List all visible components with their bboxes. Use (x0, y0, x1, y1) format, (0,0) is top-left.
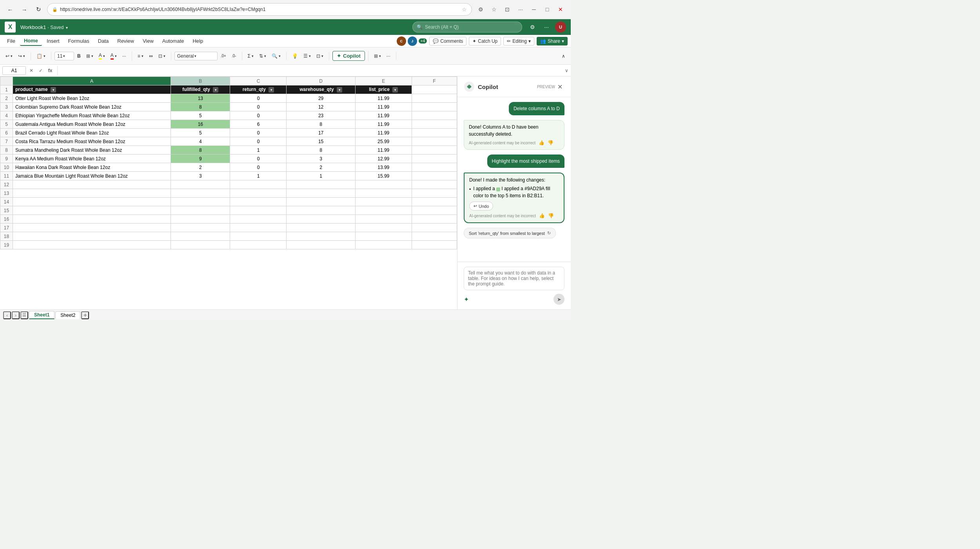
empty-cell-C-14[interactable] (230, 198, 287, 206)
empty-cell-F-14[interactable] (412, 198, 457, 206)
cell-b-8[interactable]: 8 (171, 146, 230, 155)
close-button[interactable]: ✕ (555, 4, 566, 15)
empty-cell-D-15[interactable] (287, 206, 355, 215)
empty-cell-B-17[interactable] (171, 224, 230, 232)
suggestion-chip-1[interactable]: Sort 'return_qty' from smallest to large… (464, 228, 556, 238)
borders-button[interactable]: ⊞ ▾ (84, 52, 96, 60)
cell-c-9[interactable]: 0 (230, 155, 287, 163)
empty-cell-D-14[interactable] (287, 198, 355, 206)
font-color-button[interactable]: A ▾ (108, 51, 119, 61)
cell-e-2[interactable]: 11.99 (355, 94, 412, 103)
col-header-c[interactable]: C (230, 77, 287, 85)
increase-decimal-button[interactable]: .0+ (218, 53, 229, 59)
cell-f-11[interactable] (412, 172, 457, 180)
menu-formulas[interactable]: Formulas (64, 36, 93, 45)
empty-cell-A-15[interactable] (13, 206, 171, 215)
cell-c-11[interactable]: 1 (230, 172, 287, 180)
cell-d-9[interactable]: 3 (287, 155, 355, 163)
empty-cell-C-13[interactable] (230, 189, 287, 198)
menu-home[interactable]: Home (20, 36, 42, 46)
cell-e-7[interactable]: 25.99 (355, 137, 412, 146)
redo-button[interactable]: ↪ ▾ (16, 52, 27, 60)
cell-a-3[interactable]: Colombian Supremo Dark Roast Whole Bean … (13, 103, 171, 111)
cell-f-6[interactable] (412, 129, 457, 137)
cell-f-2[interactable] (412, 94, 457, 103)
cell-f-10[interactable] (412, 163, 457, 172)
add-sheet-button[interactable]: + (81, 311, 89, 319)
empty-cell-C-17[interactable] (230, 224, 287, 232)
empty-cell-A-17[interactable] (13, 224, 171, 232)
empty-cell-D-19[interactable] (287, 241, 355, 249)
cell-a-4[interactable]: Ethiopian Yirgacheffe Medium Roast Whole… (13, 111, 171, 120)
cell-e-9[interactable]: 12.99 (355, 155, 412, 163)
cell-f-5[interactable] (412, 120, 457, 129)
cell-e-10[interactable]: 13.99 (355, 163, 412, 172)
share-button[interactable]: 👥 Share ▾ (537, 37, 568, 45)
copilot-close-button[interactable]: ✕ (555, 82, 564, 91)
thumbs-down-2[interactable]: 👎 (548, 212, 554, 219)
more-title-button[interactable]: ··· (541, 22, 552, 33)
formula-input[interactable] (61, 67, 563, 73)
menu-review[interactable]: Review (113, 36, 138, 45)
sum-button[interactable]: Σ ▾ (245, 52, 256, 60)
cell-c-6[interactable]: 0 (230, 129, 287, 137)
col-a-header-cell[interactable]: product_name ▾ (13, 85, 171, 94)
maximize-button[interactable]: □ (542, 4, 553, 15)
clipboard-button[interactable]: 📋 ▾ (34, 52, 48, 60)
cell-f-4[interactable] (412, 111, 457, 120)
search-box[interactable]: 🔍 (412, 22, 522, 33)
col-header-e[interactable]: E (355, 77, 412, 85)
spreadsheet[interactable]: A B C D E F 1 product_name ▾ (0, 76, 457, 309)
search-input[interactable] (425, 24, 484, 30)
col-b-header-cell[interactable]: fullfilled_qty ▾ (171, 85, 230, 94)
sheet-nav-menu[interactable]: ☰ (20, 311, 28, 319)
empty-cell-A-14[interactable] (13, 198, 171, 206)
col-header-f[interactable]: F (412, 77, 457, 85)
more-ribbon-button[interactable]: ⊞ ▾ (372, 52, 383, 60)
conditional-button[interactable]: ☰ ▾ (301, 52, 313, 60)
cell-e-8[interactable]: 11.99 (355, 146, 412, 155)
empty-cell-B-19[interactable] (171, 241, 230, 249)
menu-automate[interactable]: Automate (158, 36, 188, 45)
minimize-button[interactable]: ─ (528, 4, 539, 15)
cell-a-6[interactable]: Brazil Cerrado Light Roast Whole Bean 12… (13, 129, 171, 137)
cell-reference-input[interactable] (2, 66, 26, 75)
catch-up-button[interactable]: ✦ Catch Up (469, 37, 501, 45)
ribbon-collapse-button[interactable]: ∧ (559, 52, 568, 60)
cell-a-11[interactable]: Jamaica Blue Mountain Light Roast Whole … (13, 172, 171, 180)
font-size-dropdown[interactable]: 11 ▾ (54, 52, 74, 60)
cell-f-3[interactable] (412, 103, 457, 111)
empty-cell-A-12[interactable] (13, 180, 171, 189)
merge-button[interactable]: ⊡ ▾ (156, 52, 168, 60)
col-header-d[interactable]: D (287, 77, 355, 85)
cell-a-8[interactable]: Sumatra Mandheling Dark Roast Whole Bean… (13, 146, 171, 155)
filter-b-icon[interactable]: ▾ (213, 87, 218, 93)
editing-button[interactable]: ✏ Editing ▾ (503, 37, 534, 45)
more2-ribbon-button[interactable]: ··· (384, 52, 393, 60)
bold-button[interactable]: B (75, 52, 83, 60)
filter-e-icon[interactable]: ▾ (392, 87, 398, 93)
cell-c-2[interactable]: 0 (230, 94, 287, 103)
favorites-button[interactable]: ☆ (488, 4, 499, 15)
confirm-formula-icon[interactable]: ✓ (37, 67, 45, 75)
empty-cell-A-16[interactable] (13, 215, 171, 224)
empty-cell-E-15[interactable] (355, 206, 412, 215)
col-header-b[interactable]: B (171, 77, 230, 85)
undo-button-copilot[interactable]: ↩ Undo (469, 202, 493, 211)
empty-cell-F-13[interactable] (412, 189, 457, 198)
cell-b-5[interactable]: 16 (171, 120, 230, 129)
thumbs-up-2[interactable]: 👍 (539, 212, 545, 219)
cell-f-8[interactable] (412, 146, 457, 155)
filter-c-icon[interactable]: ▾ (269, 87, 274, 93)
empty-cell-A-13[interactable] (13, 189, 171, 198)
cell-d-7[interactable]: 15 (287, 137, 355, 146)
sheet-nav-right[interactable]: › (12, 311, 20, 319)
cell-e-5[interactable]: 11.99 (355, 120, 412, 129)
empty-cell-E-19[interactable] (355, 241, 412, 249)
cell-f-9[interactable] (412, 155, 457, 163)
cell-e-6[interactable]: 11.99 (355, 129, 412, 137)
empty-cell-F-17[interactable] (412, 224, 457, 232)
cell-d-8[interactable]: 8 (287, 146, 355, 155)
filter-a-icon[interactable]: ▾ (51, 87, 56, 93)
cell-d-3[interactable]: 12 (287, 103, 355, 111)
